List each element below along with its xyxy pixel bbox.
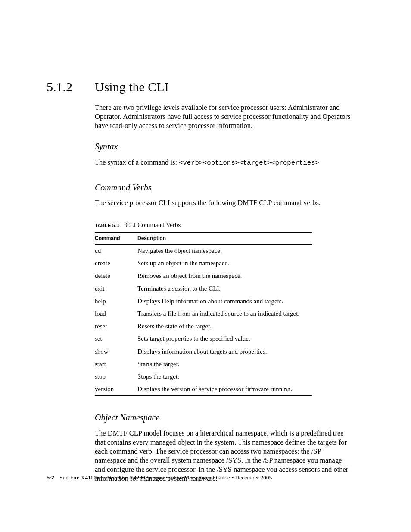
syntax-lead: The syntax of a command is: [95,158,179,166]
command-verbs-table: Command Description cdNavigates the obje… [95,232,312,396]
table-row: createSets up an object in the namespace… [95,257,312,270]
col-command: Command [95,232,137,244]
cell-command: create [95,257,137,270]
cell-description: Displays the version of service processo… [137,383,312,396]
cell-command: set [95,333,137,345]
cell-command: exit [95,283,137,295]
page-number: 5-2 [47,475,54,481]
syntax-heading: Syntax [95,141,353,152]
cell-description: Stops the target. [137,370,312,383]
table-caption: TABLE 5-1CLI Command Verbs [95,221,353,229]
syntax-paragraph: The syntax of a command is: <verb><optio… [95,158,353,168]
cell-command: start [95,358,137,370]
table-row: setSets target properties to the specifi… [95,333,312,345]
section-number: 5.1.2 [47,80,72,94]
page-footer: 5-2Sun Fire X4100 and Sun Fire X4200 Ser… [47,474,272,481]
cell-command: cd [95,245,137,258]
cell-description: Starts the target. [137,358,312,370]
table-row: cdNavigates the object namespace. [95,245,312,258]
cell-command: show [95,345,137,358]
table-row: resetResets the state of the target. [95,320,312,333]
cell-description: Displays Help information about commands… [137,295,312,308]
table-label: TABLE 5-1 [95,223,119,228]
table-row: showDisplays information about targets a… [95,345,312,358]
cell-command: delete [95,270,137,282]
cell-description: Removes an object from the namespace. [137,270,312,282]
syntax-code: <verb><options><target><properties> [179,159,319,167]
col-description: Description [137,232,312,244]
cell-description: Resets the state of the target. [137,320,312,333]
namespace-heading: Object Namespace [95,412,353,423]
verbs-heading: Command Verbs [95,182,353,193]
cell-command: version [95,383,137,396]
table-row: helpDisplays Help information about comm… [95,295,312,308]
table-row: startStarts the target. [95,358,312,370]
cell-command: stop [95,370,137,383]
cell-command: reset [95,320,137,333]
table-row: deleteRemoves an object from the namespa… [95,270,312,282]
table-row: stopStops the target. [95,370,312,383]
cell-description: Navigates the object namespace. [137,245,312,258]
table-row: versionDisplays the version of service p… [95,383,312,396]
cell-description: Terminates a session to the CLI. [137,283,312,295]
cell-description: Transfers a file from an indicated sourc… [137,308,312,320]
table-title: CLI Command Verbs [125,221,181,228]
cell-command: help [95,295,137,308]
table-row: loadTransfers a file from an indicated s… [95,308,312,320]
cell-command: load [95,308,137,320]
cell-description: Sets target properties to the specified … [137,333,312,345]
verbs-intro: The service processor CLI supports the f… [95,198,353,207]
section-title: Using the CLI [95,80,169,94]
footer-text: Sun Fire X4100 and Sun Fire X4200 Server… [59,474,272,481]
cell-description: Sets up an object in the namespace. [137,257,312,270]
table-row: exitTerminates a session to the CLI. [95,283,312,295]
intro-paragraph: There are two privilege levels available… [95,103,353,130]
cell-description: Displays information about targets and p… [137,345,312,358]
